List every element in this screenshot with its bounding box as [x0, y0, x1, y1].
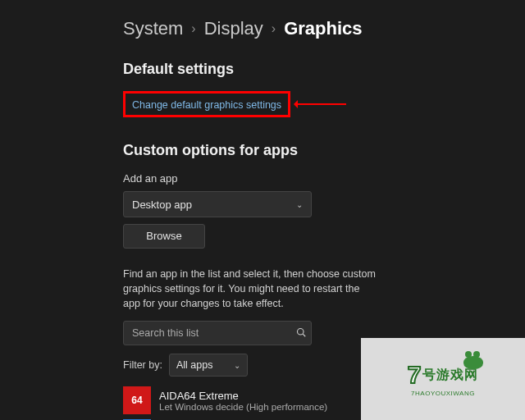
annotation-arrow-icon — [297, 103, 346, 105]
svg-point-0 — [298, 328, 304, 335]
watermark-url: 7HAOYOUXIWANG — [411, 390, 475, 397]
change-default-graphics-link[interactable]: Change default graphics settings — [132, 99, 281, 111]
search-input[interactable] — [132, 327, 296, 339]
help-text: Find an app in the list and select it, t… — [123, 267, 377, 311]
svg-line-1 — [303, 334, 305, 336]
app-gpu-preference: Let Windows decide (High performance) — [159, 402, 327, 412]
default-settings-heading: Default settings — [123, 61, 525, 78]
filter-label: Filter by: — [123, 359, 162, 371]
filter-select[interactable]: All apps ⌄ — [169, 354, 248, 377]
breadcrumb-display[interactable]: Display — [204, 18, 263, 39]
search-input-wrapper[interactable] — [123, 321, 312, 345]
browse-button[interactable]: Browse — [123, 224, 205, 249]
app-name: AIDA64 Extreme — [159, 390, 327, 402]
add-app-label: Add an app — [123, 172, 525, 185]
frog-icon — [462, 353, 485, 369]
breadcrumb-graphics: Graphics — [284, 18, 362, 39]
breadcrumb-system[interactable]: System — [123, 18, 183, 39]
search-icon — [296, 327, 306, 340]
annotation-box: Change default graphics settings — [123, 91, 290, 117]
app-icon-aida64: 64 — [123, 386, 151, 414]
annotation-highlight: Change default graphics settings — [123, 91, 525, 117]
filter-selected-value: All apps — [176, 359, 212, 371]
chevron-down-icon: ⌄ — [296, 200, 303, 209]
watermark-number-icon: 7 — [408, 361, 422, 389]
add-app-type-select[interactable]: Desktop app ⌄ — [123, 191, 312, 217]
chevron-right-icon: › — [272, 21, 276, 36]
custom-options-heading: Custom options for apps — [123, 142, 525, 159]
chevron-down-icon: ⌄ — [234, 361, 240, 370]
add-app-selected-value: Desktop app — [132, 199, 192, 211]
breadcrumb: System › Display › Graphics — [123, 18, 525, 39]
watermark: 7 号游戏网 7HAOYOUXIWANG — [361, 338, 525, 420]
chevron-right-icon: › — [191, 21, 195, 36]
